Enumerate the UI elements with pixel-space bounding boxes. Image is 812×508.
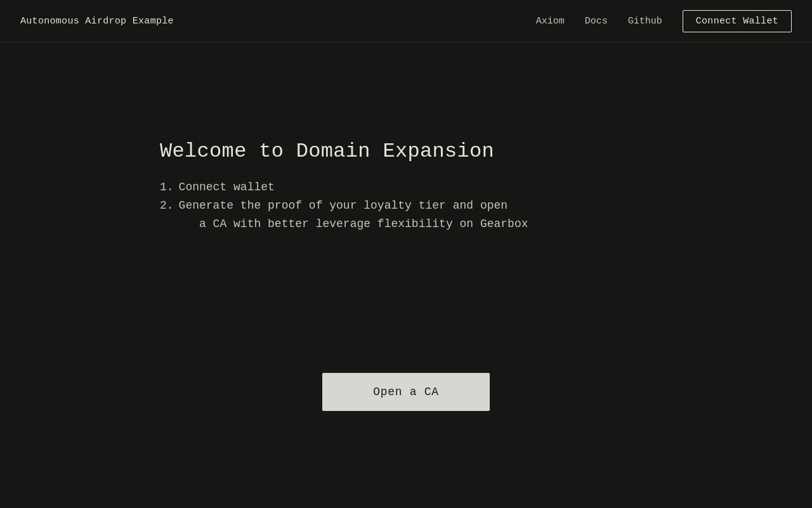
step-2-text: Generate the proof of your loyalty tier … bbox=[179, 197, 528, 233]
nav-links: Axiom Docs Github Connect Wallet bbox=[536, 10, 792, 32]
step-1-text: Connect wallet bbox=[179, 178, 275, 197]
nav-brand: Autonomous Airdrop Example bbox=[20, 16, 174, 27]
welcome-block: Welcome to Domain Expansion 1. Connect w… bbox=[160, 140, 642, 233]
step-2: 2. Generate the proof of your loyalty ti… bbox=[160, 197, 642, 233]
welcome-title: Welcome to Domain Expansion bbox=[160, 140, 642, 163]
main-content: Welcome to Domain Expansion 1. Connect w… bbox=[0, 42, 812, 508]
nav-link-docs[interactable]: Docs bbox=[585, 16, 608, 27]
step-2-num: 2. bbox=[160, 197, 174, 215]
nav-link-github[interactable]: Github bbox=[628, 16, 662, 27]
connect-wallet-button[interactable]: Connect Wallet bbox=[683, 10, 792, 32]
nav-link-axiom[interactable]: Axiom bbox=[536, 16, 565, 27]
step-1-num: 1. bbox=[160, 178, 174, 197]
cta-area: Open a CA bbox=[20, 373, 792, 411]
steps-list: 1. Connect wallet 2. Generate the proof … bbox=[160, 178, 642, 233]
open-ca-button[interactable]: Open a CA bbox=[322, 373, 490, 411]
step-1: 1. Connect wallet bbox=[160, 178, 642, 197]
navbar: Autonomous Airdrop Example Axiom Docs Gi… bbox=[0, 0, 812, 42]
